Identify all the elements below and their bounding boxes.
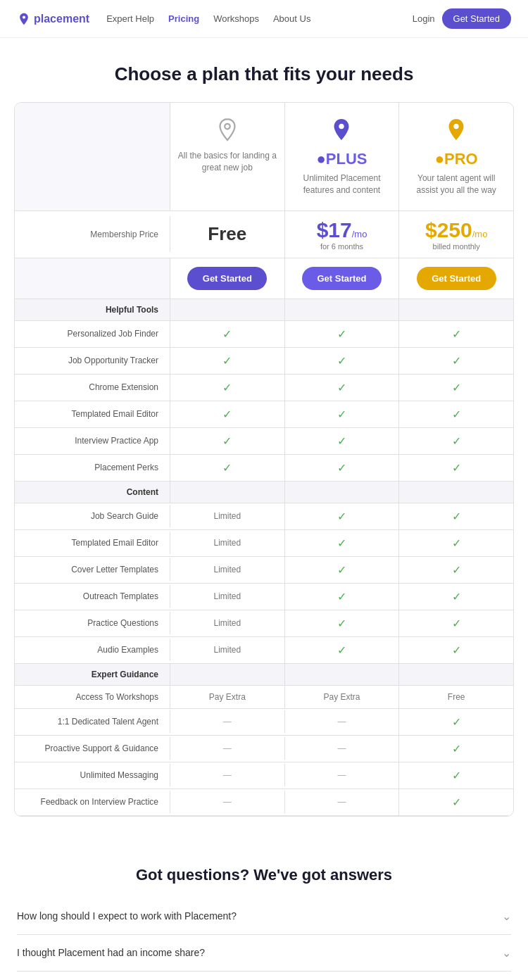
feature-row: Access To Workshops Pay Extra Pay Extra … xyxy=(15,686,513,709)
cell-text: Limited xyxy=(213,618,241,628)
feature-label: Interview Practice App xyxy=(15,429,170,452)
feature-cell-plus: ✓ xyxy=(284,584,399,610)
header-empty xyxy=(15,103,170,211)
faq-item[interactable]: How long should I expect to work with Pl… xyxy=(17,898,511,935)
feature-cell-free: Limited xyxy=(170,639,284,661)
check-mark: ✓ xyxy=(337,591,346,603)
section-filler xyxy=(170,664,284,685)
check-mark: ✓ xyxy=(337,435,346,447)
check-mark: ✓ xyxy=(452,591,461,603)
feature-row: Job Opportunity Tracker ✓ ✓ ✓ xyxy=(15,348,513,375)
feature-cell-free: Limited xyxy=(170,612,284,634)
check-mark: ✓ xyxy=(452,716,461,728)
feature-row: Placement Perks ✓ ✓ ✓ xyxy=(15,455,513,482)
feature-cell-free: Limited xyxy=(170,558,284,581)
section-filler xyxy=(398,299,513,320)
logo[interactable]: placement xyxy=(17,12,89,26)
plus-plan-icon xyxy=(292,117,392,144)
feature-cell-pro: ✓ xyxy=(398,530,513,556)
section-filler xyxy=(170,482,284,503)
cell-text: Limited xyxy=(213,538,241,548)
feature-cell-free: ✓ xyxy=(170,348,284,374)
feature-label: Cover Letter Templates xyxy=(15,558,170,581)
check-mark: ✓ xyxy=(222,408,232,420)
feature-row: Templated Email Editor Limited ✓ ✓ xyxy=(15,530,513,557)
pro-plan-desc: Your talent agent will assist you all th… xyxy=(406,172,506,196)
plus-price: $17/mo for 6 months xyxy=(284,211,399,258)
navigation: placement Expert Help Pricing Workshops … xyxy=(0,0,528,38)
feature-label: Job Opportunity Tracker xyxy=(15,349,170,372)
check-mark: ✓ xyxy=(452,510,461,522)
feature-cell-pro: ✓ xyxy=(398,503,513,529)
feature-cell-pro: ✓ xyxy=(398,428,513,454)
section-filler xyxy=(398,664,513,685)
feature-cell-pro: ✓ xyxy=(398,455,513,481)
section-header-content: Content xyxy=(15,482,513,503)
feature-cell-plus: ✓ xyxy=(284,321,399,347)
feature-label: Personalized Job Finder xyxy=(15,322,170,345)
nav-workshops[interactable]: Workshops xyxy=(213,13,259,24)
membership-row: Membership Price Free $17/mo for 6 month… xyxy=(15,211,513,258)
check-mark: ✓ xyxy=(222,435,232,447)
dash-mark: — xyxy=(337,797,346,807)
feature-label: Audio Examples xyxy=(15,639,170,661)
check-mark: ✓ xyxy=(337,328,346,340)
check-mark: ✓ xyxy=(452,355,461,367)
check-mark: ✓ xyxy=(452,328,461,340)
cell-text: Limited xyxy=(213,511,241,521)
feature-label: Templated Email Editor xyxy=(15,532,170,554)
check-mark: ✓ xyxy=(337,408,346,420)
nav-get-started-button[interactable]: Get Started xyxy=(442,8,511,29)
plan-headers: All the basics for landing a great new j… xyxy=(15,103,513,211)
check-mark: ✓ xyxy=(452,769,461,781)
feature-cell-plus: ✓ xyxy=(284,401,399,427)
pro-plan-name: ●PRO xyxy=(406,150,506,168)
nav-actions: Login Get Started xyxy=(413,8,511,29)
pro-get-started-button[interactable]: Get Started xyxy=(417,267,496,290)
faq-item[interactable]: Can I try before I buy? ⌄ xyxy=(17,972,511,980)
feature-label: Templated Email Editor xyxy=(15,403,170,425)
check-mark: ✓ xyxy=(222,328,232,340)
nav-expert-help[interactable]: Expert Help xyxy=(106,13,154,24)
check-mark: ✓ xyxy=(337,564,346,576)
feature-cell-pro: Free xyxy=(398,686,513,708)
faq-section: Got questions? We've got answers How lon… xyxy=(0,845,528,980)
free-price: Free xyxy=(170,216,284,252)
feature-row: Unlimited Messaging — — ✓ xyxy=(15,762,513,789)
faq-item[interactable]: I thought Placement had an income share?… xyxy=(17,935,511,972)
free-plan-desc: All the basics for landing a great new j… xyxy=(177,150,277,174)
feature-row: Outreach Templates Limited ✓ ✓ xyxy=(15,584,513,610)
feature-label: 1:1 Dedicated Talent Agent xyxy=(15,710,170,733)
plan-header-plus: ●PLUS Unlimited Placement features and c… xyxy=(284,103,399,211)
feature-row: Cover Letter Templates Limited ✓ ✓ xyxy=(15,557,513,584)
feature-cell-plus: ✓ xyxy=(284,530,399,556)
nav-about[interactable]: About Us xyxy=(273,13,310,24)
cell-text: Limited xyxy=(213,565,241,574)
feature-cell-free: Limited xyxy=(170,585,284,608)
feature-cell-free: ✓ xyxy=(170,375,284,401)
dash-mark: — xyxy=(337,717,346,727)
cell-text: Pay Extra xyxy=(209,692,246,702)
plus-plan-name: ●PLUS xyxy=(292,150,392,168)
feature-cell-free: ✓ xyxy=(170,401,284,427)
feature-cell-pro: ✓ xyxy=(398,637,513,663)
faq-question: How long should I expect to work with Pl… xyxy=(17,910,237,922)
plus-get-started-button[interactable]: Get Started xyxy=(302,267,382,290)
nav-pricing[interactable]: Pricing xyxy=(168,13,199,24)
free-get-started-button[interactable]: Get Started xyxy=(187,267,267,290)
check-mark: ✓ xyxy=(452,408,461,420)
feature-cell-plus: — xyxy=(284,737,399,760)
feature-cell-pro: ✓ xyxy=(398,321,513,347)
feature-row: Audio Examples Limited ✓ ✓ xyxy=(15,637,513,664)
feature-cell-plus: ✓ xyxy=(284,557,399,583)
plan-header-free: All the basics for landing a great new j… xyxy=(170,103,284,211)
feature-row: Chrome Extension ✓ ✓ ✓ xyxy=(15,375,513,401)
section-filler xyxy=(284,664,399,685)
check-mark: ✓ xyxy=(452,644,461,656)
feature-label: Unlimited Messaging xyxy=(15,764,170,786)
feature-cell-pro: ✓ xyxy=(398,762,513,789)
login-button[interactable]: Login xyxy=(413,13,435,24)
cell-text: Limited xyxy=(213,645,241,655)
pro-plan-icon xyxy=(406,117,506,144)
feature-cell-plus: — xyxy=(284,791,399,813)
